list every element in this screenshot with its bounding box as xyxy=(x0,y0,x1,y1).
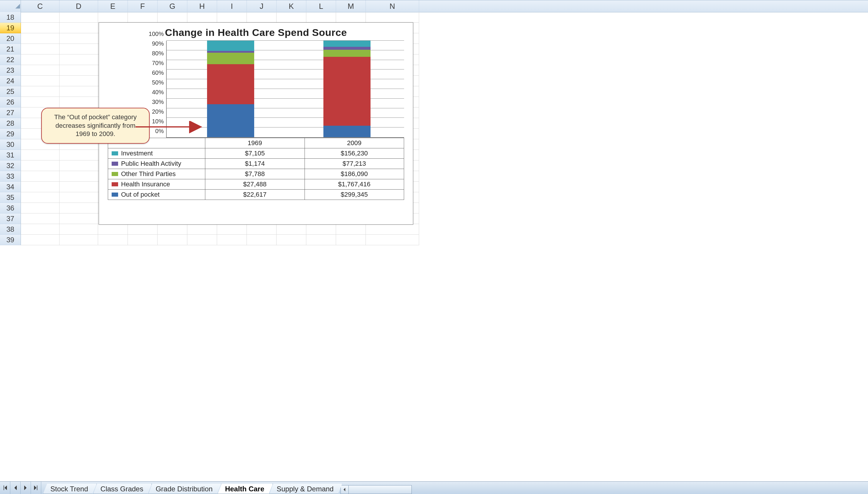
row-header[interactable]: 23 xyxy=(0,65,21,76)
row-header[interactable]: 24 xyxy=(0,76,21,86)
tab-nav-first[interactable] xyxy=(0,482,10,494)
cell[interactable] xyxy=(306,12,336,23)
column-header[interactable]: G xyxy=(158,0,187,12)
cell[interactable] xyxy=(21,235,59,245)
cell[interactable] xyxy=(21,44,59,55)
cell[interactable] xyxy=(59,44,98,55)
cell[interactable] xyxy=(336,12,366,23)
horizontal-scrollbar[interactable] xyxy=(340,485,412,494)
row-header[interactable]: 20 xyxy=(0,33,21,44)
cell[interactable] xyxy=(59,160,98,171)
cell[interactable] xyxy=(366,224,419,235)
tab-nav-next[interactable] xyxy=(21,482,31,494)
row-header[interactable]: 32 xyxy=(0,160,21,171)
row-header[interactable]: 35 xyxy=(0,192,21,203)
cell[interactable] xyxy=(21,224,59,235)
cell[interactable] xyxy=(59,171,98,182)
cell[interactable] xyxy=(59,23,98,33)
row-header[interactable]: 22 xyxy=(0,55,21,65)
tab-nav-last[interactable] xyxy=(31,482,41,494)
cell[interactable] xyxy=(59,224,98,235)
row-header[interactable]: 30 xyxy=(0,139,21,150)
worksheet-area[interactable]: CDEFGHIJKLMN 181920212223242526272829303… xyxy=(0,0,868,481)
row-header[interactable]: 38 xyxy=(0,224,21,235)
column-header[interactable]: D xyxy=(59,0,98,12)
cell[interactable] xyxy=(59,213,98,224)
cell[interactable] xyxy=(21,65,59,76)
cell[interactable] xyxy=(277,235,306,245)
column-header[interactable]: E xyxy=(98,0,128,12)
cell[interactable] xyxy=(158,235,187,245)
cell[interactable] xyxy=(98,235,128,245)
select-all-corner[interactable] xyxy=(0,0,21,12)
callout-annotation[interactable]: The “Out of pocket” category decreases s… xyxy=(41,108,150,144)
cell[interactable] xyxy=(247,235,277,245)
row-header[interactable]: 29 xyxy=(0,129,21,139)
row-header[interactable]: 33 xyxy=(0,171,21,182)
cell[interactable] xyxy=(247,12,277,23)
cell[interactable] xyxy=(98,12,128,23)
cell[interactable] xyxy=(158,12,187,23)
row-header[interactable]: 34 xyxy=(0,182,21,192)
cell[interactable] xyxy=(187,12,217,23)
cell[interactable] xyxy=(336,235,366,245)
cell[interactable] xyxy=(21,97,59,108)
cell[interactable] xyxy=(59,12,98,23)
cell[interactable] xyxy=(59,97,98,108)
column-header[interactable]: N xyxy=(366,0,419,12)
cell[interactable] xyxy=(217,235,247,245)
sheet-tab[interactable]: Grade Distribution xyxy=(148,484,221,494)
row-header[interactable]: 28 xyxy=(0,118,21,129)
column-header[interactable]: I xyxy=(217,0,247,12)
cell[interactable] xyxy=(366,235,419,245)
row-header[interactable]: 18 xyxy=(0,12,21,23)
cell[interactable] xyxy=(21,55,59,65)
cell[interactable] xyxy=(187,224,217,235)
cell[interactable] xyxy=(158,224,187,235)
sheet-tab[interactable]: Health Care xyxy=(218,484,273,494)
cell[interactable] xyxy=(59,86,98,97)
cell[interactable] xyxy=(59,192,98,203)
cell[interactable] xyxy=(247,224,277,235)
cell[interactable] xyxy=(21,23,59,33)
cell[interactable] xyxy=(336,224,366,235)
cell[interactable] xyxy=(59,182,98,192)
cell[interactable] xyxy=(128,12,158,23)
cell[interactable] xyxy=(277,224,306,235)
cell[interactable] xyxy=(98,224,128,235)
cell[interactable] xyxy=(59,150,98,160)
row-header[interactable]: 19 xyxy=(0,23,21,33)
row-header[interactable]: 31 xyxy=(0,150,21,160)
row-header[interactable]: 39 xyxy=(0,235,21,245)
cell[interactable] xyxy=(306,235,336,245)
cell[interactable] xyxy=(21,33,59,44)
row-header[interactable]: 26 xyxy=(0,97,21,108)
cell[interactable] xyxy=(21,12,59,23)
cell[interactable] xyxy=(21,213,59,224)
hscroll-left-arrow-icon[interactable] xyxy=(341,486,349,494)
cell[interactable] xyxy=(277,12,306,23)
cell[interactable] xyxy=(21,203,59,213)
cell[interactable] xyxy=(21,150,59,160)
sheet-tab[interactable]: Supply & Demand xyxy=(269,484,342,494)
cell[interactable] xyxy=(59,235,98,245)
tab-nav-prev[interactable] xyxy=(10,482,21,494)
column-header[interactable]: H xyxy=(187,0,217,12)
column-header[interactable]: K xyxy=(277,0,306,12)
cell[interactable] xyxy=(59,55,98,65)
cell[interactable] xyxy=(217,224,247,235)
cell[interactable] xyxy=(187,235,217,245)
row-header[interactable]: 36 xyxy=(0,203,21,213)
row-header[interactable]: 37 xyxy=(0,213,21,224)
cell[interactable] xyxy=(128,235,158,245)
cell[interactable] xyxy=(59,33,98,44)
column-header[interactable]: C xyxy=(21,0,59,12)
column-header[interactable]: L xyxy=(306,0,336,12)
row-header[interactable]: 21 xyxy=(0,44,21,55)
column-header[interactable]: M xyxy=(336,0,366,12)
cell[interactable] xyxy=(21,86,59,97)
cell[interactable] xyxy=(59,203,98,213)
column-header[interactable]: J xyxy=(247,0,277,12)
cell[interactable] xyxy=(21,192,59,203)
cell[interactable] xyxy=(217,12,247,23)
